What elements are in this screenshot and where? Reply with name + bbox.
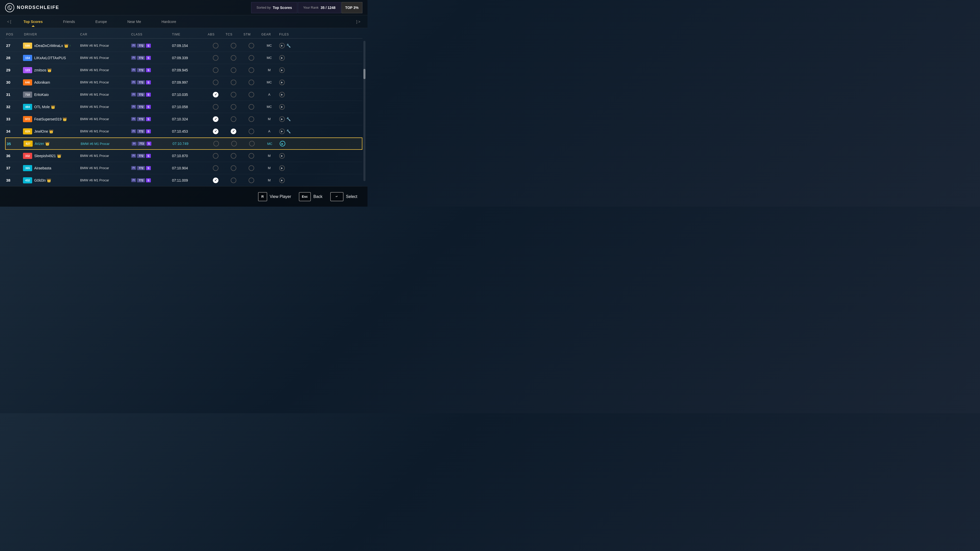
wrench-icon[interactable]: 🔧 [286, 117, 291, 121]
tab-nav-left[interactable]: < [ [5, 20, 13, 24]
view-player-button[interactable]: R View Player [258, 192, 291, 201]
table-row[interactable]: 32484OTL Mole 👑BMW #6 M1 ProcarPI772S07:… [5, 101, 363, 113]
class-num-label: 772 [137, 93, 145, 97]
class-pi-label: PI [131, 68, 136, 72]
car-value: BMW #6 M1 Procar [79, 80, 130, 84]
table-row[interactable]: 27599xDeaDxCriMinaLx 👑 ↑BMW #6 M1 Procar… [5, 40, 363, 52]
abs-indicator [207, 79, 224, 85]
tab-europe[interactable]: Europe [85, 17, 117, 27]
table-row[interactable]: 30646AdonikamBMW #6 M1 ProcarPI772S07:09… [5, 76, 363, 89]
driver-badge: 432 [23, 177, 32, 183]
driver-badge: 332 [23, 153, 32, 159]
play-icon[interactable]: ▶ [279, 67, 285, 73]
crown-icon: 👑 [47, 178, 51, 183]
table-row[interactable]: 31710EritoKaioBMW #6 M1 ProcarPI772S07:1… [5, 89, 363, 101]
driver-cell: 484OTL Mole 👑 [23, 104, 79, 110]
table-row[interactable]: 28154LIKxAxLOTTAxPUSBMW #6 M1 ProcarPI77… [5, 52, 363, 64]
scroll-thumb[interactable] [363, 69, 366, 79]
play-icon[interactable]: ▶ [279, 153, 285, 159]
table-row[interactable]: 35827Arizer 👑BMW #6 M1 ProcarPI772S07:10… [5, 138, 363, 150]
play-icon[interactable]: ▶ [279, 129, 285, 134]
play-icon[interactable]: ▶ [280, 141, 285, 146]
table-row[interactable]: 33972FeatSuperset319 👑BMW #6 M1 ProcarPI… [5, 113, 363, 125]
table-row[interactable]: 37365AiraebastaBMW #6 M1 ProcarPI772S07:… [5, 162, 363, 174]
col-driver: Driver [23, 33, 79, 36]
class-s-label: S [146, 178, 151, 183]
time-value: 07:10.870 [171, 154, 207, 158]
driver-badge: 710 [23, 92, 32, 98]
scrollbar[interactable] [363, 41, 366, 181]
sorted-by-box: Sorted by Top Scores [251, 2, 298, 13]
play-icon[interactable]: ▶ [279, 116, 285, 122]
time-value: 07:11.009 [171, 178, 207, 183]
play-icon[interactable]: ▶ [279, 79, 285, 85]
leaderboard-table: POS Driver Car Class Time ABS TCS STM Ge… [0, 28, 368, 189]
gear-value: M [260, 166, 278, 170]
time-value: 07:10.035 [171, 93, 207, 97]
files-cell: ▶ [279, 141, 309, 146]
wrench-icon[interactable]: 🔧 [286, 129, 291, 133]
wrench-icon[interactable]: 🔧 [286, 44, 291, 48]
track-logo-icon [5, 3, 14, 12]
class-cell: PI772S [130, 154, 171, 158]
class-pi-label: PI [131, 129, 136, 133]
play-icon[interactable]: ▶ [279, 165, 285, 171]
gear-value: M [260, 178, 278, 182]
car-value: BMW #6 M1 Procar [79, 166, 130, 170]
table-row[interactable]: 29123zmitsos 👑BMW #6 M1 ProcarPI772S07:0… [5, 64, 363, 76]
time-value: 07:10.324 [171, 117, 207, 121]
unchecked-circle [231, 178, 236, 183]
class-cell: PI772S [130, 44, 171, 48]
table-row[interactable]: 36332Sleepish4921 👑BMW #6 M1 ProcarPI772… [5, 150, 363, 162]
pos-value: 31 [5, 92, 23, 97]
files-cell: ▶🔧 [278, 129, 309, 134]
table-row[interactable]: 34829JewlOne 👑BMW #6 M1 ProcarPI772S07:1… [5, 125, 363, 138]
tcs-indicator [225, 141, 243, 146]
class-s-label: S [146, 117, 151, 121]
tab-hardcore[interactable]: Hardcore [151, 17, 186, 27]
stm-indicator [242, 79, 260, 85]
driver-cell: 599xDeaDxCriMinaLx 👑 ↑ [23, 43, 79, 49]
unchecked-circle [213, 79, 218, 85]
driver-badge: 123 [23, 67, 32, 73]
abs-indicator [207, 43, 224, 48]
select-button[interactable]: ↵ Select [330, 192, 357, 201]
unchecked-circle [231, 79, 236, 85]
unchecked-circle [231, 141, 237, 146]
checked-circle [213, 116, 218, 122]
unchecked-circle [231, 165, 236, 171]
time-value: 07:10.453 [171, 129, 207, 133]
files-cell: ▶🔧 [278, 43, 309, 48]
driver-name: xDeaDxCriMinaLx 👑 ↑ [34, 44, 71, 48]
col-tcs: TCS [224, 33, 242, 36]
play-icon[interactable]: ▶ [279, 178, 285, 183]
play-icon[interactable]: ▶ [279, 104, 285, 110]
class-pi-label: PI [131, 166, 136, 170]
time-value: 07:09.339 [171, 56, 207, 60]
crown-icon: 👑 [57, 154, 61, 158]
car-value: BMW #6 M1 Procar [79, 117, 130, 121]
gear-value: A [260, 129, 278, 133]
abs-indicator [207, 141, 225, 146]
play-icon[interactable]: ▶ [279, 43, 285, 48]
tab-nav-right[interactable]: ] > [354, 20, 363, 24]
table-row[interactable]: 38432G0ld3n 👑BMW #6 M1 ProcarPI772S07:11… [5, 174, 363, 186]
class-num-label: 772 [137, 44, 145, 48]
driver-name: OTL Mole 👑 [34, 105, 55, 109]
play-icon[interactable]: ▶ [279, 92, 285, 97]
tcs-indicator [224, 165, 242, 171]
tab-near-me[interactable]: Near Me [117, 17, 151, 27]
play-icon[interactable]: ▶ [279, 55, 285, 61]
back-button[interactable]: Esc Back [299, 192, 323, 201]
class-pi-label: PI [131, 117, 136, 121]
driver-name: Airaebasta [34, 166, 51, 170]
col-abs: ABS [207, 33, 224, 36]
your-rank-label: Your Rank [303, 6, 318, 10]
class-cell: PI772S [130, 105, 171, 109]
tab-friends[interactable]: Friends [53, 17, 85, 27]
pos-value: 36 [5, 154, 23, 158]
unchecked-circle [248, 153, 254, 159]
tab-top-scores[interactable]: Top Scores [13, 17, 53, 27]
tcs-indicator [224, 116, 242, 122]
class-pi-label: PI [131, 105, 136, 109]
